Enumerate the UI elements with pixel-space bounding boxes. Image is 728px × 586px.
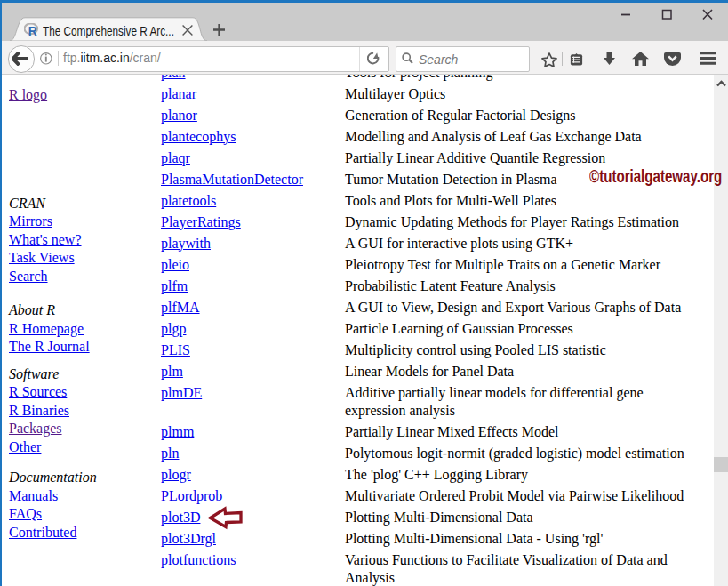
svg-text:R: R (28, 25, 37, 37)
